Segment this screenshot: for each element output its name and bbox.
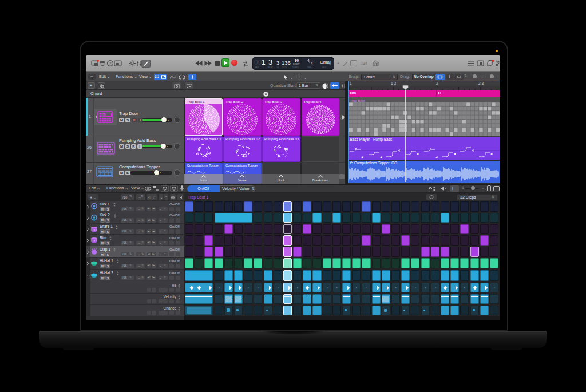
svg-text:⌄: ⌄ [304,76,307,80]
svg-text:?: ? [109,61,111,65]
svg-text:⌄: ⌄ [290,76,294,80]
